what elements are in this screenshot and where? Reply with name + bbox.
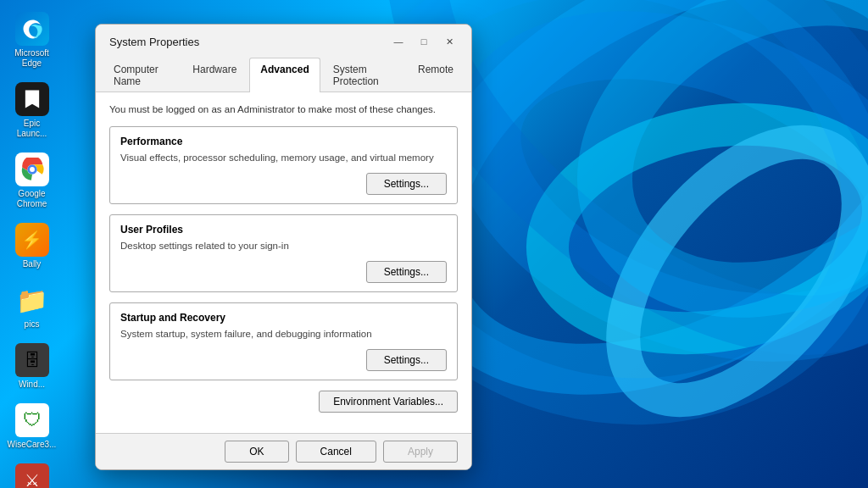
startup-recovery-btn-row: Settings... [120,349,447,371]
wind-label: Wind... [19,380,45,390]
desktop-icon-batt[interactable]: ⚡ Bally [3,219,62,273]
desktop-icon-wisecare[interactable]: 🛡 WiseCare3... [3,400,62,453]
epic-icon [15,82,49,116]
tab-advanced[interactable]: Advanced [249,58,320,92]
desktop-icon-wind[interactable]: 🗄 Wind... [3,340,62,393]
dialog-footer: OK Cancel Apply [96,433,471,469]
user-profiles-btn-row: Settings... [120,261,447,283]
tab-computer-name[interactable]: Computer Name [103,58,180,92]
pics-icon: 📁 [15,283,49,317]
startup-recovery-title: Startup and Recovery [120,312,447,324]
titlebar-controls: — □ ✕ [387,33,461,50]
desktop-icon-pics[interactable]: 📁 pics [3,280,62,333]
desktop-icon-epic[interactable]: EpicLaunc... [3,79,62,142]
close-button[interactable]: ✕ [437,33,461,50]
chrome-label: GoogleChrome [17,189,47,209]
pics-label: pics [25,319,40,330]
startup-recovery-desc: System startup, system failure, and debu… [120,327,447,341]
user-profiles-title: User Profiles [120,224,447,236]
desktop-icon-chrome[interactable]: GoogleChrome [3,149,62,213]
admin-note: You must be logged on as an Administrato… [109,103,458,116]
user-profiles-settings-button[interactable]: Settings... [366,261,447,283]
epic-label: EpicLaunc... [17,119,47,139]
ok-button[interactable]: OK [225,441,288,463]
system-properties-dialog: System Properties — □ ✕ Computer Name Ha… [95,24,472,470]
svg-point-2 [531,99,868,358]
user-profiles-desc: Desktop settings related to your sign-in [120,239,447,252]
dialog-tabs: Computer Name Hardware Advanced System P… [96,57,471,92]
performance-title: Performance [120,136,447,147]
svg-point-4 [578,100,868,442]
cancel-button[interactable]: Cancel [296,441,376,463]
svg-point-1 [448,0,868,381]
user-profiles-section: User Profiles Desktop settings related t… [109,214,458,292]
riot-icon: ⚔ [15,463,49,488]
wisecare-icon: 🛡 [15,403,49,437]
environment-variables-button[interactable]: Environment Variables... [319,391,458,413]
desktop-icon-riot[interactable]: ⚔ Riot... [3,460,62,488]
tab-remote[interactable]: Remote [407,58,465,92]
wind-icon: 🗄 [15,343,49,377]
performance-desc: Visual effects, processor scheduling, me… [120,151,447,164]
wisecare-label: WiseCare3... [8,440,57,450]
startup-recovery-section: Startup and Recovery System startup, sys… [109,302,458,380]
edge-icon [15,12,49,46]
minimize-button[interactable]: — [387,33,410,50]
batt-icon: ⚡ [15,223,49,257]
tab-hardware[interactable]: Hardware [181,58,248,92]
dialog-titlebar: System Properties — □ ✕ [96,25,471,57]
performance-settings-button[interactable]: Settings... [366,173,447,195]
batt-label: Bally [23,259,42,269]
maximize-button[interactable]: □ [412,33,436,50]
desktop-sidebar: MicrosoftEdge EpicLaunc... [0,0,64,488]
tab-system-protection[interactable]: System Protection [322,58,405,92]
svg-point-6 [557,0,868,346]
chrome-icon [15,152,49,186]
startup-recovery-settings-button[interactable]: Settings... [366,349,447,371]
env-btn-row: Environment Variables... [109,391,458,413]
svg-point-9 [30,167,35,172]
performance-btn-row: Settings... [120,173,447,195]
apply-button[interactable]: Apply [383,441,458,463]
desktop-icon-edge[interactable]: MicrosoftEdge [3,8,62,72]
dialog-title: System Properties [109,36,199,48]
edge-label: MicrosoftEdge [14,48,49,69]
performance-section: Performance Visual effects, processor sc… [109,126,458,204]
dialog-content: You must be logged on as an Administrato… [96,92,471,433]
